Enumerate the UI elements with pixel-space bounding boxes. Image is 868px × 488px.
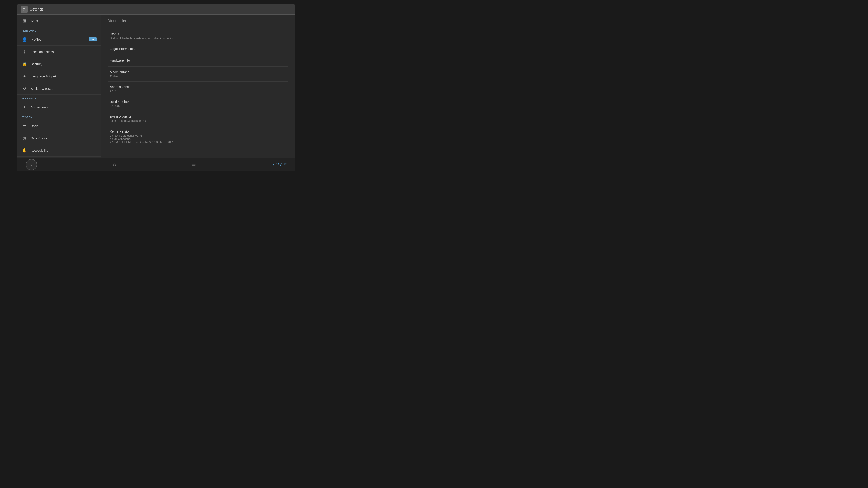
- nav-bar: ◁ ⌂ ▭ 7:27 ▽: [17, 158, 295, 171]
- android-version-value: 4.1.2: [110, 90, 286, 93]
- location-icon: ◎: [22, 48, 28, 55]
- settings-icon: ⚙: [21, 6, 28, 13]
- baked-version-value: baked_tostab03_blackbean-6: [110, 119, 286, 123]
- sidebar: ▦ Apps PERSONAL 👤 Profiles ON ◎ Location…: [17, 14, 101, 158]
- model-number-row[interactable]: Model number Thrive: [107, 67, 288, 82]
- sidebar-item-apps-label: Apps: [31, 19, 97, 23]
- model-number-title: Model number: [110, 70, 286, 74]
- status-title: Status: [110, 32, 286, 36]
- system-section-label: SYSTEM: [17, 113, 101, 120]
- datetime-icon: ◷: [22, 135, 28, 141]
- model-number-value: Thrive: [110, 75, 286, 78]
- kernel-version-value: 2.6.39.4-Balthesaur-V2.75 pio@Balthesaur…: [110, 134, 286, 144]
- settings-screen: ⚙ Settings ▦ Apps PERSONAL 👤 Profiles ON…: [17, 4, 295, 171]
- sidebar-item-profiles[interactable]: 👤 Profiles ON: [17, 33, 101, 45]
- dock-icon: ▭: [22, 123, 28, 129]
- hardware-title: Hardware info: [110, 59, 286, 62]
- baked-version-title: BAKED version: [110, 115, 286, 118]
- sidebar-item-backup-label: Backup & reset: [31, 87, 97, 90]
- recents-button[interactable]: ▭: [192, 162, 196, 167]
- build-number-value: JZO54K: [110, 104, 286, 107]
- legal-title: Legal information: [110, 47, 286, 51]
- hardware-info-row[interactable]: Hardware info: [107, 55, 288, 67]
- sidebar-item-apps[interactable]: ▦ Apps: [17, 14, 101, 27]
- security-icon: 🔒: [22, 61, 28, 67]
- back-icon: ◁: [30, 162, 33, 167]
- language-icon: A: [22, 73, 28, 79]
- back-button[interactable]: ◁: [26, 159, 37, 170]
- title-bar: ⚙ Settings: [17, 4, 295, 14]
- kernel-version-row[interactable]: Kernel version 2.6.39.4-Balthesaur-V2.75…: [107, 126, 288, 148]
- legal-information-row[interactable]: Legal information: [107, 43, 288, 55]
- sidebar-item-backup-reset[interactable]: ↺ Backup & reset: [17, 83, 101, 95]
- sidebar-item-accessibility[interactable]: ✋ Accessibility: [17, 144, 101, 157]
- sidebar-item-accessibility-label: Accessibility: [31, 149, 97, 152]
- sidebar-item-location-label: Location access: [31, 50, 97, 54]
- sidebar-item-language-input[interactable]: A Language & input: [17, 70, 101, 83]
- kernel-version-title: Kernel version: [110, 130, 286, 133]
- right-panel: About tablet Status Status of the batter…: [101, 14, 295, 158]
- app-title: Settings: [30, 7, 44, 11]
- status-time: 7:27 ▽: [272, 162, 286, 168]
- personal-section-label: PERSONAL: [17, 27, 101, 33]
- add-account-icon: +: [22, 104, 28, 110]
- clock-display: 7:27: [272, 162, 282, 168]
- sidebar-item-location-access[interactable]: ◎ Location access: [17, 45, 101, 58]
- accessibility-icon: ✋: [22, 148, 28, 154]
- sidebar-item-language-label: Language & input: [31, 74, 97, 78]
- sidebar-item-dock[interactable]: ▭ Dock: [17, 120, 101, 132]
- build-number-title: Build number: [110, 100, 286, 103]
- accounts-section-label: ACCOUNTS: [17, 95, 101, 101]
- sidebar-item-security-label: Security: [31, 62, 97, 66]
- build-number-row[interactable]: Build number JZO54K: [107, 96, 288, 111]
- android-version-row[interactable]: Android version 4.1.2: [107, 82, 288, 96]
- home-button[interactable]: ⌂: [113, 162, 116, 167]
- sidebar-item-security[interactable]: 🔒 Security: [17, 58, 101, 70]
- profiles-toggle[interactable]: ON: [89, 37, 97, 41]
- sidebar-item-add-account[interactable]: + Add account: [17, 101, 101, 113]
- sidebar-item-profiles-label: Profiles: [31, 38, 89, 41]
- backup-icon: ↺: [22, 86, 28, 92]
- wifi-icon: ▽: [284, 162, 286, 166]
- baked-version-row[interactable]: BAKED version baked_tostab03_blackbean-6: [107, 111, 288, 126]
- panel-title: About tablet: [107, 19, 288, 25]
- sidebar-item-datetime-label: Date & time: [31, 136, 97, 140]
- profiles-icon: 👤: [22, 36, 28, 42]
- android-version-title: Android version: [110, 85, 286, 89]
- sidebar-item-dock-label: Dock: [31, 124, 97, 128]
- apps-icon: ▦: [22, 18, 28, 24]
- status-row[interactable]: Status Status of the battery, network, a…: [107, 29, 288, 43]
- sidebar-item-add-account-label: Add account: [31, 105, 97, 109]
- sidebar-item-date-time[interactable]: ◷ Date & time: [17, 132, 101, 144]
- status-value: Status of the battery, network, and othe…: [110, 37, 286, 40]
- main-content: ▦ Apps PERSONAL 👤 Profiles ON ◎ Location…: [17, 14, 295, 158]
